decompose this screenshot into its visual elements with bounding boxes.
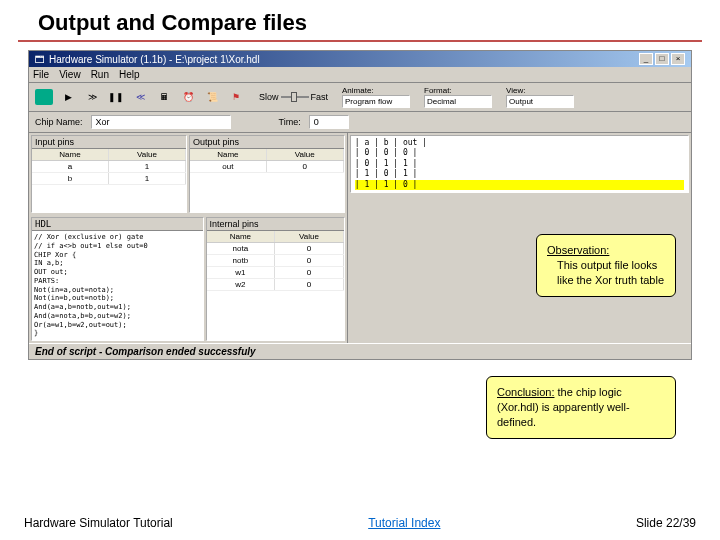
view-label: View:	[506, 86, 574, 95]
output-pins-title: Output pins	[190, 136, 344, 149]
time-label: Time:	[279, 117, 301, 127]
maximize-button[interactable]: □	[655, 53, 669, 65]
table-row: notb0	[207, 255, 344, 267]
format-select[interactable]: Decimal	[424, 95, 492, 108]
menu-view[interactable]: View	[59, 69, 81, 80]
hdl-line: Not(in=b,out=notb);	[34, 294, 201, 303]
menubar: File View Run Help	[29, 67, 691, 83]
flag-icon[interactable]: ⚑	[227, 89, 245, 105]
hdl-line: // if a<>b out=1 else out=0	[34, 242, 201, 251]
output-line: | 1 | 0 | 1 |	[355, 169, 684, 179]
input-pins-panel: Input pins NameValue a1 b1	[31, 135, 187, 213]
slide-counter: Slide 22/39	[636, 516, 696, 530]
hdl-line: Not(in=a,out=nota);	[34, 286, 201, 295]
output-pins-panel: Output pins NameValue out0	[189, 135, 345, 213]
view-select[interactable]: Output	[506, 95, 574, 108]
internal-pins-title: Internal pins	[207, 218, 344, 231]
play-icon[interactable]: ▶	[59, 89, 77, 105]
hdl-line: Or(a=w1,b=w2,out=out);	[34, 321, 201, 330]
slide-footer: Hardware Simulator Tutorial Tutorial Ind…	[0, 510, 720, 536]
table-row: w10	[207, 267, 344, 279]
app-window: 🗔 Hardware Simulator (1.1b) - E:\project…	[28, 50, 692, 360]
titlebar: 🗔 Hardware Simulator (1.1b) - E:\project…	[29, 51, 691, 67]
hdl-line: // Xor (exclusive or) gate	[34, 233, 201, 242]
output-panel: | a | b | out | | 0 | 0 | 0 | | 0 | 1 | …	[350, 135, 689, 193]
hdl-line: CHIP Xor {	[34, 251, 201, 260]
hdl-title: HDL	[32, 218, 203, 231]
table-row: b1	[32, 173, 186, 185]
col-name: Name	[207, 231, 276, 242]
tutorial-index-link[interactable]: Tutorial Index	[368, 516, 440, 530]
minimize-button[interactable]: _	[639, 53, 653, 65]
table-row: out0	[190, 161, 344, 173]
chip-name-field[interactable]: Xor	[91, 115, 231, 129]
observation-callout: Observation: This output file looks like…	[536, 234, 676, 297]
col-value: Value	[267, 149, 344, 160]
hdl-line: OUT out;	[34, 268, 201, 277]
col-name: Name	[190, 149, 267, 160]
animate-select[interactable]: Program flow	[342, 95, 410, 108]
table-row: a1	[32, 161, 186, 173]
conclusion-callout: Conclusion: the chip logic (Xor.hdl) is …	[486, 376, 676, 439]
output-line: | a | b | out |	[355, 138, 684, 148]
footer-left: Hardware Simulator Tutorial	[24, 516, 173, 530]
table-row: nota0	[207, 243, 344, 255]
chip-name-label: Chip Name:	[35, 117, 83, 127]
col-value: Value	[109, 149, 186, 160]
format-label: Format:	[424, 86, 492, 95]
observation-label: Observation:	[547, 244, 609, 256]
hdl-line: }	[34, 329, 201, 338]
output-line: | 0 | 0 | 0 |	[355, 148, 684, 158]
app-icon: 🗔	[35, 54, 45, 65]
observation-body: This output file looks like the Xor trut…	[547, 258, 665, 288]
slow-label: Slow	[259, 92, 279, 102]
output-line-highlighted: | 1 | 1 | 0 |	[355, 180, 684, 190]
menu-run[interactable]: Run	[91, 69, 109, 80]
calculator-icon[interactable]: 🖩	[155, 89, 173, 105]
chip-icon[interactable]	[35, 89, 53, 105]
col-value: Value	[275, 231, 344, 242]
hdl-line: PARTS:	[34, 277, 201, 286]
time-field: 0	[309, 115, 349, 129]
pause-icon[interactable]: ❚❚	[107, 89, 125, 105]
toolbar: ▶ ≫ ❚❚ ≪ 🖩 ⏰ 📜 ⚑ Slow Fast Animate: Prog…	[29, 83, 691, 112]
output-line: | 0 | 1 | 1 |	[355, 159, 684, 169]
close-button[interactable]: ×	[671, 53, 685, 65]
conclusion-label: Conclusion:	[497, 386, 554, 398]
fast-forward-icon[interactable]: ≫	[83, 89, 101, 105]
hdl-line: IN a,b;	[34, 259, 201, 268]
slide-title: Output and Compare files	[18, 0, 702, 42]
rewind-icon[interactable]: ≪	[131, 89, 149, 105]
fast-label: Fast	[311, 92, 329, 102]
col-name: Name	[32, 149, 109, 160]
window-title: Hardware Simulator (1.1b) - E:\project 1…	[49, 54, 260, 65]
table-row: w20	[207, 279, 344, 291]
speed-slider[interactable]	[281, 96, 309, 98]
internal-pins-panel: Internal pins NameValue nota0 notb0 w10 …	[206, 217, 345, 341]
menu-file[interactable]: File	[33, 69, 49, 80]
hdl-panel: HDL // Xor (exclusive or) gate // if a<>…	[31, 217, 204, 341]
status-bar: End of script - Comparison ended success…	[29, 343, 691, 359]
script-icon[interactable]: 📜	[203, 89, 221, 105]
clock-icon[interactable]: ⏰	[179, 89, 197, 105]
chip-info-bar: Chip Name: Xor Time: 0	[29, 112, 691, 133]
hdl-line: And(a=nota,b=b,out=w2);	[34, 312, 201, 321]
menu-help[interactable]: Help	[119, 69, 140, 80]
animate-label: Animate:	[342, 86, 410, 95]
input-pins-title: Input pins	[32, 136, 186, 149]
hdl-line: And(a=a,b=notb,out=w1);	[34, 303, 201, 312]
